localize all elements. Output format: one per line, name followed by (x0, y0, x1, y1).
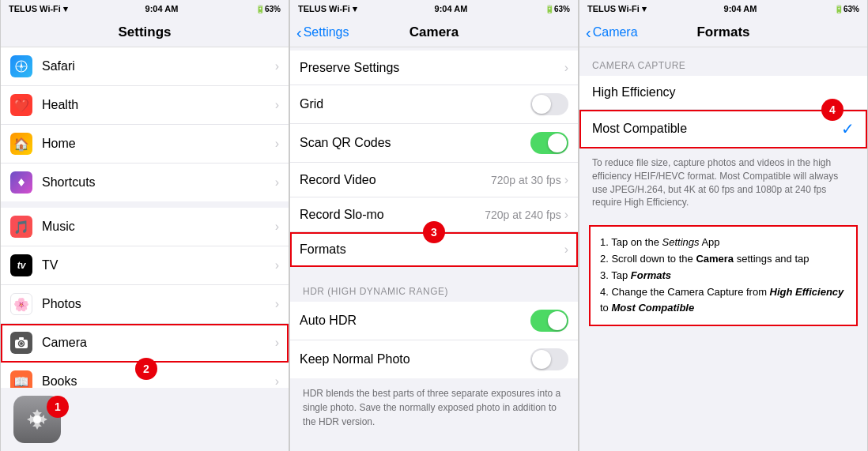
formats-chevron: › (564, 242, 568, 257)
tv-chevron: › (275, 258, 279, 272)
recordslomo-label: Record Slo-mo (300, 208, 485, 222)
formats-back-label: Camera (593, 25, 638, 39)
top-settings-section: Safari › ❤️ Health › 🏠 Home › Shortcuts (1, 47, 289, 201)
health-chevron: › (275, 98, 279, 112)
formats-label: Formats (300, 242, 564, 257)
sidebar-item-tv[interactable]: tv TV › (1, 246, 289, 285)
preserve-settings-item[interactable]: Preserve Settings › (290, 51, 578, 85)
hdr-description: HDR blends the best parts of three separ… (290, 378, 578, 437)
capture-options-section: High Efficiency Most Compatible ✓ 4 (579, 76, 867, 148)
instructions-box: 1. Tap on the Settings App 2. Scroll dow… (589, 225, 858, 326)
books-label: Books (42, 374, 275, 388)
grid-item[interactable]: Grid (290, 85, 578, 124)
home-icon: 🏠 (10, 133, 32, 155)
settings-title: Settings (118, 24, 171, 40)
back-label: Settings (304, 25, 349, 39)
shortcuts-label: Shortcuts (42, 175, 275, 190)
scanqr-label: Scan QR Codes (300, 136, 530, 150)
recordvideo-chevron: › (564, 173, 568, 187)
formats-title: Formats (696, 24, 749, 40)
settings-list: Safari › ❤️ Health › 🏠 Home › Shortcuts (1, 47, 289, 388)
instruction-1: 1. Tap on the Settings App (600, 235, 847, 251)
step1-badge: 1 (47, 396, 69, 418)
sidebar-item-music[interactable]: 🎵 Music › (1, 208, 289, 246)
step3-badge: 3 (423, 221, 445, 243)
status-bar-2: TELUS Wi-Fi ▾ 9:04 AM 🔋63% (290, 0, 578, 17)
keepnormal-toggle[interactable] (530, 348, 568, 370)
music-label: Music (42, 220, 275, 234)
autohdr-toggle[interactable] (530, 310, 568, 332)
nav-bar-settings: Settings (1, 17, 289, 47)
photos-label: Photos (42, 297, 275, 311)
battery-2: 🔋63% (545, 5, 570, 13)
scanqr-toggle[interactable] (530, 132, 568, 154)
photos-icon: 🌸 (10, 293, 32, 315)
shortcuts-chevron: › (275, 175, 279, 190)
sidebar-item-shortcuts[interactable]: Shortcuts › (1, 163, 289, 201)
tv-icon: tv (10, 254, 32, 276)
status-bar-1: TELUS Wi-Fi ▾ 9:04 AM 🔋63% (1, 0, 289, 17)
svg-rect-7 (19, 337, 24, 340)
formats-back-button[interactable]: ‹ Camera (586, 24, 638, 40)
nav-bar-formats: ‹ Camera Formats (579, 17, 867, 47)
preserve-chevron: › (564, 61, 568, 75)
sidebar-item-photos[interactable]: 🌸 Photos › (1, 285, 289, 324)
sidebar-item-camera[interactable]: Camera › (1, 324, 289, 363)
recordslomo-chevron: › (564, 208, 568, 222)
sidebar-item-safari[interactable]: Safari › (1, 47, 289, 86)
camera-icon (10, 332, 32, 354)
safari-icon (10, 55, 32, 77)
svg-point-6 (20, 342, 23, 345)
time-1: 9:04 AM (145, 4, 179, 13)
time-2: 9:04 AM (435, 4, 468, 13)
most-compatible-option[interactable]: Most Compatible ✓ 4 (579, 110, 867, 148)
music-chevron: › (275, 220, 279, 234)
home-chevron: › (275, 137, 279, 151)
panel-settings: TELUS Wi-Fi ▾ 9:04 AM 🔋63% Settings Safa… (0, 0, 289, 451)
battery-3: 🔋63% (834, 5, 859, 13)
sidebar-item-home[interactable]: 🏠 Home › (1, 125, 289, 163)
auto-hdr-item[interactable]: Auto HDR (290, 302, 578, 340)
safari-chevron: › (275, 59, 279, 73)
camera-settings-list: Preserve Settings › Grid Scan QR Codes R… (290, 47, 578, 451)
recordslomo-value: 720p at 240 fps (485, 209, 561, 221)
panel-camera: TELUS Wi-Fi ▾ 9:04 AM 🔋63% ‹ Settings Ca… (289, 0, 579, 451)
back-arrow-icon: ‹ (296, 24, 302, 40)
step2-badge: 2 (135, 358, 157, 380)
battery-1: 🔋63% (255, 5, 281, 13)
camera-chevron: › (275, 336, 279, 350)
hdr-section-header: HDR (HIGH DYNAMIC RANGE) (290, 273, 578, 302)
recordvideo-value: 720p at 30 fps (491, 174, 561, 186)
formats-item[interactable]: Formats › 3 (290, 232, 578, 267)
keepnormal-label: Keep Normal Photo (300, 352, 530, 366)
back-arrow-icon-2: ‹ (586, 24, 591, 40)
scan-qr-item[interactable]: Scan QR Codes (290, 124, 578, 163)
formats-content: CAMERA CAPTURE High Efficiency Most Comp… (579, 47, 867, 451)
keep-normal-item[interactable]: Keep Normal Photo (290, 340, 578, 378)
music-icon: 🎵 (10, 216, 32, 238)
carrier-3: TELUS Wi-Fi ▾ (587, 4, 647, 14)
carrier-1: TELUS Wi-Fi ▾ (9, 4, 68, 14)
preserve-label: Preserve Settings (300, 61, 564, 75)
instruction-4: 4. Change the Camera Capture from High E… (600, 284, 847, 318)
health-label: Health (42, 98, 275, 112)
shortcuts-icon (10, 171, 32, 194)
format-description: To reduce file size, capture photos and … (579, 148, 867, 217)
sidebar-item-health[interactable]: ❤️ Health › (1, 86, 289, 125)
books-icon: 📖 (10, 370, 32, 388)
grid-toggle[interactable] (530, 93, 568, 115)
camera-capture-header: CAMERA CAPTURE (579, 47, 867, 76)
home-label: Home (42, 137, 275, 151)
carrier-2: TELUS Wi-Fi ▾ (298, 4, 357, 14)
safari-label: Safari (42, 59, 275, 73)
books-chevron: › (275, 374, 279, 388)
status-bar-3: TELUS Wi-Fi ▾ 9:04 AM 🔋63% (579, 0, 867, 17)
tv-label: TV (42, 258, 275, 272)
high-efficiency-label: High Efficiency (592, 85, 855, 100)
nav-bar-camera: ‹ Settings Camera (290, 17, 578, 47)
camera-label: Camera (42, 336, 275, 350)
record-video-item[interactable]: Record Video 720p at 30 fps › (290, 163, 578, 197)
autohdr-label: Auto HDR (300, 314, 530, 328)
camera-back-button[interactable]: ‹ Settings (296, 24, 349, 40)
panel-formats: TELUS Wi-Fi ▾ 9:04 AM 🔋63% ‹ Camera Form… (579, 0, 868, 451)
